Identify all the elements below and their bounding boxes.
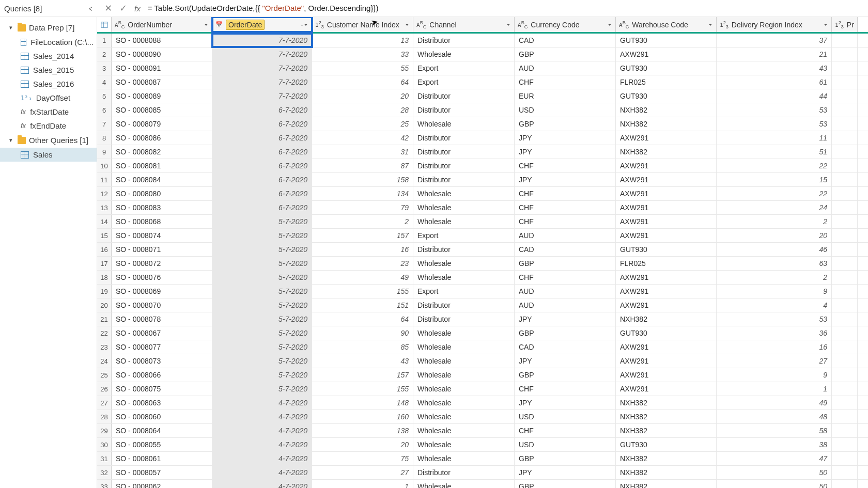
cell-warehouse[interactable]: NXH382 [616, 145, 717, 159]
table-row[interactable]: 29SO - 00080644-7-2020138WholesaleCHFNXH… [97, 424, 868, 438]
cell-region[interactable]: 21 [717, 48, 832, 61]
cell-warehouse[interactable]: FLR025 [616, 75, 717, 89]
confirm-icon[interactable]: ✓ [119, 3, 127, 14]
table-row[interactable]: 14SO - 00080685-7-20202WholesaleCHFAXW29… [97, 215, 868, 229]
row-number[interactable]: 17 [97, 257, 112, 270]
cell-warehouse[interactable]: AXW291 [616, 48, 717, 61]
row-number[interactable]: 21 [97, 312, 112, 326]
cell-orderdate[interactable]: 5-7-2020 [212, 326, 312, 340]
cell-pr[interactable] [832, 243, 858, 256]
cell-ordernumber[interactable]: SO - 0008061 [112, 452, 212, 465]
cell-region[interactable]: 37 [717, 34, 832, 47]
cell-warehouse[interactable]: GUT930 [616, 326, 717, 340]
cell-ordernumber[interactable]: SO - 0008073 [112, 354, 212, 368]
cell-region[interactable]: 9 [717, 368, 832, 382]
cell-customerindex[interactable]: 160 [312, 410, 413, 423]
cell-channel[interactable]: Wholesale [413, 354, 515, 368]
cell-ordernumber[interactable]: SO - 0008063 [112, 396, 212, 410]
cell-ordernumber[interactable]: SO - 0008060 [112, 410, 212, 423]
cell-region[interactable]: 38 [717, 438, 832, 451]
dropdown-icon[interactable]: ▼ [204, 23, 209, 26]
cell-region[interactable]: 44 [717, 89, 832, 103]
cell-channel[interactable]: Wholesale [413, 326, 515, 340]
cell-region[interactable]: 47 [717, 452, 832, 465]
cell-ordernumber[interactable]: SO - 0008080 [112, 187, 212, 200]
sidebar-item[interactable]: Sales_2015 [0, 63, 97, 77]
row-number[interactable]: 33 [97, 480, 112, 488]
cell-currency[interactable]: USD [515, 103, 616, 117]
cell-customerindex[interactable]: 25 [312, 117, 413, 131]
cell-region[interactable]: 48 [717, 410, 832, 423]
row-number[interactable]: 2 [97, 48, 112, 61]
cell-orderdate[interactable]: 4-7-2020 [212, 424, 312, 437]
table-row[interactable]: 12SO - 00080806-7-2020134WholesaleCHFAXW… [97, 187, 868, 201]
cell-pr[interactable] [832, 215, 858, 228]
cell-orderdate[interactable]: 5-7-2020 [212, 312, 312, 326]
cell-orderdate[interactable]: 4-7-2020 [212, 396, 312, 410]
cell-region[interactable]: 63 [717, 257, 832, 270]
collapse-icon[interactable]: < [89, 4, 92, 13]
cell-ordernumber[interactable]: SO - 0008082 [112, 145, 212, 159]
row-number[interactable]: 4 [97, 75, 112, 89]
row-number[interactable]: 11 [97, 173, 112, 186]
column-header-currency[interactable]: ABC Currency Code ▼ [515, 17, 616, 32]
cell-region[interactable]: 27 [717, 354, 832, 368]
cell-channel[interactable]: Distributor [413, 298, 515, 312]
cell-pr[interactable] [832, 187, 858, 200]
cell-region[interactable]: 61 [717, 75, 832, 89]
cancel-icon[interactable]: ✕ [104, 3, 112, 14]
table-row[interactable]: 32SO - 00080574-7-202027DistributorJPYNX… [97, 466, 868, 480]
cell-ordernumber[interactable]: SO - 0008085 [112, 103, 212, 117]
column-header-region[interactable]: 123 Delivery Region Index ▼ [717, 17, 832, 32]
row-number[interactable]: 29 [97, 424, 112, 437]
cell-warehouse[interactable]: NXH382 [616, 466, 717, 479]
cell-pr[interactable] [832, 466, 858, 479]
cell-channel[interactable]: Wholesale [413, 396, 515, 410]
row-number[interactable]: 27 [97, 396, 112, 410]
table-row[interactable]: 6SO - 00080856-7-202028DistributorUSDNXH… [97, 103, 868, 117]
cell-ordernumber[interactable]: SO - 0008089 [112, 89, 212, 103]
cell-currency[interactable]: GBP [515, 117, 616, 131]
cell-customerindex[interactable]: 23 [312, 257, 413, 270]
sidebar-item[interactable]: Sales_2014 [0, 49, 97, 63]
cell-channel[interactable]: Wholesale [413, 201, 515, 214]
cell-customerindex[interactable]: 155 [312, 285, 413, 298]
table-row[interactable]: 5SO - 00080897-7-202020DistributorEURGUT… [97, 89, 868, 103]
row-number[interactable]: 22 [97, 326, 112, 340]
cell-currency[interactable]: GBP [515, 480, 616, 488]
cell-currency[interactable]: CAD [515, 34, 616, 47]
cell-warehouse[interactable]: NXH382 [616, 396, 717, 410]
cell-pr[interactable] [832, 410, 858, 423]
cell-region[interactable]: 46 [717, 243, 832, 256]
cell-currency[interactable]: AUD [515, 285, 616, 298]
cell-warehouse[interactable]: NXH382 [616, 117, 717, 131]
cell-region[interactable]: 43 [717, 61, 832, 75]
row-number[interactable]: 8 [97, 131, 112, 145]
cell-currency[interactable]: CHF [515, 159, 616, 172]
cell-ordernumber[interactable]: SO - 0008070 [112, 298, 212, 312]
cell-ordernumber[interactable]: SO - 0008087 [112, 75, 212, 89]
cell-channel[interactable]: Wholesale [413, 368, 515, 382]
table-row[interactable]: 15SO - 00080745-7-2020157ExportAUDAXW291… [97, 229, 868, 243]
row-number[interactable]: 31 [97, 452, 112, 465]
cell-pr[interactable] [832, 48, 858, 61]
cell-pr[interactable] [832, 285, 858, 298]
cell-orderdate[interactable]: 7-7-2020 [212, 61, 312, 75]
cell-currency[interactable]: AUD [515, 298, 616, 312]
cell-channel[interactable]: Export [413, 75, 515, 89]
table-row[interactable]: 17SO - 00080725-7-202023WholesaleGBPFLR0… [97, 257, 868, 271]
cell-ordernumber[interactable]: SO - 0008091 [112, 61, 212, 75]
cell-region[interactable]: 58 [717, 424, 832, 437]
cell-orderdate[interactable]: 4-7-2020 [212, 438, 312, 451]
cell-pr[interactable] [832, 298, 858, 312]
cell-ordernumber[interactable]: SO - 0008057 [112, 466, 212, 479]
cell-ordernumber[interactable]: SO - 0008079 [112, 117, 212, 131]
cell-warehouse[interactable]: AXW291 [616, 229, 717, 242]
row-number[interactable]: 32 [97, 466, 112, 479]
row-number[interactable]: 26 [97, 382, 112, 396]
table-row[interactable]: 23SO - 00080775-7-202085WholesaleCADAXW2… [97, 340, 868, 354]
cell-warehouse[interactable]: NXH382 [616, 103, 717, 117]
table-row[interactable]: 31SO - 00080614-7-202075WholesaleGBPNXH3… [97, 452, 868, 466]
cell-pr[interactable] [832, 368, 858, 382]
cell-warehouse[interactable]: AXW291 [616, 271, 717, 284]
